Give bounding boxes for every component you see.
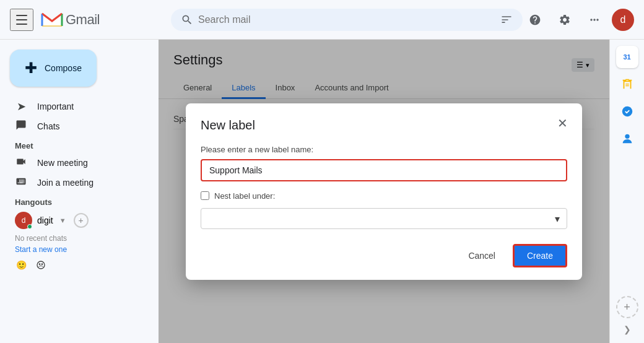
hangout-avatar: d (15, 212, 32, 229)
search-options-icon[interactable] (500, 14, 513, 26)
label-name-input[interactable] (201, 159, 567, 181)
google-keep-icon[interactable] (615, 72, 640, 97)
hangout-dropdown-arrow: ▼ (59, 217, 66, 224)
content-area: Settings ☰ ▾ General Labels Inbox Accoun… (159, 40, 609, 343)
dialog-close-button[interactable]: ✕ (552, 113, 572, 133)
nest-label-row: Nest label under: (201, 191, 567, 201)
app-name: Gmail (66, 12, 100, 28)
right-sidebar: 31 + ❯ (609, 40, 644, 343)
sidebar: ✚ Compose ➤ Important Chats Meet New mee… (0, 40, 159, 343)
meet-section-title: Meet (0, 136, 159, 153)
sidebar-item-important[interactable]: ➤ Important (0, 97, 149, 116)
svg-point-5 (622, 106, 632, 117)
dialog-footer: Cancel Create (201, 244, 567, 267)
new-label-dialog: ✕ New label Please enter a new label nam… (186, 103, 582, 280)
compose-label: Compose (45, 63, 82, 73)
start-new-chat-link[interactable]: Start a new one (0, 245, 159, 254)
important-icon: ➤ (15, 100, 27, 113)
video-chat-icon-button[interactable] (32, 256, 50, 274)
hangout-add-button[interactable]: + (74, 213, 89, 228)
help-button[interactable] (523, 7, 547, 32)
compose-button[interactable]: ✚ Compose (10, 50, 97, 87)
dialog-title: New label (201, 118, 567, 132)
gmail-logo-icon (41, 11, 63, 28)
compose-plus-icon: ✚ (25, 59, 37, 77)
google-calendar-icon[interactable]: 31 (615, 45, 640, 69)
dialog-instruction: Please enter a new label name: (201, 145, 567, 154)
sidebar-item-label-join-meeting: Join a meeting (37, 178, 94, 188)
modal-backdrop: ✕ New label Please enter a new label nam… (159, 40, 609, 343)
topbar-right: d (523, 7, 634, 32)
create-button[interactable]: Create (513, 244, 567, 267)
nest-label-checkbox[interactable] (201, 191, 209, 200)
search-bar[interactable] (171, 9, 523, 31)
keyboard-icon (15, 176, 27, 190)
hangout-user-item[interactable]: d digit ▼ + (0, 209, 159, 232)
apps-button[interactable] (582, 7, 607, 32)
nest-label-select[interactable] (201, 208, 567, 229)
camera-icon (15, 156, 27, 170)
sidebar-item-label-new-meeting: New meeting (37, 158, 88, 168)
sidebar-item-chats[interactable]: Chats (0, 116, 149, 136)
nest-label-checkbox-label: Nest label under: (214, 191, 275, 201)
smiley-icon-button[interactable]: 🙂 (12, 256, 30, 274)
svg-rect-4 (625, 85, 629, 86)
svg-point-0 (37, 261, 45, 269)
nest-label-select-row (201, 208, 567, 229)
add-app-button[interactable]: + (616, 296, 638, 318)
cancel-button[interactable]: Cancel (456, 246, 508, 266)
sidebar-item-join-meeting[interactable]: Join a meeting (0, 173, 149, 193)
sidebar-item-new-meeting[interactable]: New meeting (0, 153, 149, 173)
svg-rect-3 (625, 84, 629, 84)
google-contacts-icon[interactable] (615, 126, 640, 151)
bottom-icons-row: 🙂 (0, 254, 159, 276)
search-input[interactable] (198, 14, 495, 25)
collapse-panel-arrow[interactable]: ❯ (619, 321, 636, 338)
gmail-logo: Gmail (41, 11, 100, 28)
svg-point-1 (39, 263, 41, 265)
chats-icon (15, 119, 27, 134)
avatar[interactable]: d (612, 9, 634, 31)
hangout-username: digit (37, 215, 53, 225)
search-icon (181, 14, 193, 26)
main-layout: ✚ Compose ➤ Important Chats Meet New mee… (0, 40, 644, 343)
calendar-badge: 31 (616, 46, 638, 68)
hangouts-section-title: Hangouts (0, 193, 159, 209)
sidebar-item-label-chats: Chats (37, 121, 60, 131)
no-recent-chats: No recent chats (0, 232, 159, 245)
topbar: Gmail d (0, 0, 644, 40)
menu-button[interactable] (10, 9, 33, 31)
svg-point-2 (41, 263, 43, 265)
sidebar-item-label-important: Important (37, 102, 74, 111)
online-indicator (27, 224, 32, 229)
svg-point-6 (625, 134, 629, 139)
settings-button[interactable] (552, 7, 577, 32)
google-tasks-icon[interactable] (615, 99, 640, 124)
topbar-left: Gmail (10, 9, 171, 31)
